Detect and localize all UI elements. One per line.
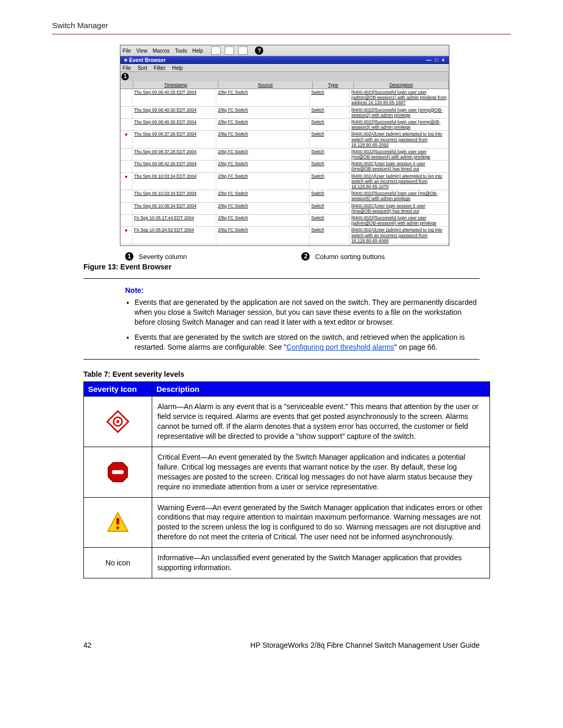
cell-src: 2/8q FC Switch <box>216 190 310 202</box>
callout-text-1: Severity column <box>139 253 187 261</box>
col-source[interactable]: Source <box>218 81 313 89</box>
cell-src: 2/8q FC Switch <box>216 149 310 160</box>
table-row[interactable]: Fri Sep 10 05:17:44 EDT 20042/8q FC Swit… <box>120 215 449 227</box>
menu-tools[interactable]: Tools <box>175 48 187 54</box>
cell-typ: Switch <box>310 161 350 172</box>
sev-header-icon: Severity Icon <box>84 382 152 397</box>
table-row[interactable]: Thu Sep 09 08:37:28 EDT 20042/8q FC Swit… <box>120 149 449 161</box>
window-icon[interactable] <box>225 46 234 55</box>
severity-row: No iconInformative—An unclassified event… <box>84 548 490 578</box>
event-browser-titlebar[interactable]: ✴ Event Browser — □ × <box>120 56 449 64</box>
panel-icon[interactable] <box>238 46 248 55</box>
event-table-body[interactable]: Thu Sep 09 08:40:25 EDT 20042/8q FC Swit… <box>120 89 449 245</box>
cell-ts: Thu Sep 09 10:03:34 EDT 2004 <box>132 173 216 190</box>
cell-ts: Thu Sep 09 08:42:26 EDT 2004 <box>132 161 216 172</box>
cell-typ: Switch <box>310 107 350 118</box>
severity-row: Critical Event—An event generated by the… <box>84 447 490 498</box>
arrow-icon[interactable] <box>211 46 221 55</box>
severity-cell <box>120 215 132 226</box>
critical-icon <box>120 173 132 190</box>
callout-number-2: 2 <box>301 252 310 261</box>
eb-menu-sort[interactable]: Sort <box>138 65 147 71</box>
table-row[interactable]: Thu Sep 09 10:03:34 EDT 20042/8q FC Swit… <box>120 190 449 202</box>
cell-src: 2/8q FC Switch <box>216 89 310 106</box>
bottom-note-rule <box>83 359 480 360</box>
event-table-header[interactable]: Timestamp Source Type Description <box>120 81 449 89</box>
cell-desc: [8400.0022]Successful login user (snmp@I… <box>350 119 449 130</box>
bug-icon: ✴ <box>124 57 128 63</box>
figure-caption: Figure 13: Event Browser <box>83 263 511 271</box>
cell-ts: Thu Sep 09 08:40:30 EDT 2004 <box>132 119 216 130</box>
cell-desc: [8400.0022]Successful login user user (m… <box>350 149 449 160</box>
table-row[interactable]: Thu Sep 09 08:40:30 EDT 20042/8q FC Swit… <box>120 107 449 119</box>
severity-cell <box>120 107 132 118</box>
severity-row: Alarm—An Alarm is any event that is a "s… <box>84 397 490 447</box>
configuring-alarms-link[interactable]: Configuring port threshold alarms <box>286 343 394 351</box>
cell-src: 2/8q FC Switch <box>216 173 310 190</box>
callout-number-1: 1 <box>125 252 133 261</box>
severity-cell <box>120 89 132 106</box>
menu-help[interactable]: Help <box>192 48 203 54</box>
col-timestamp[interactable]: Timestamp <box>133 81 218 89</box>
cell-src: 2/8q FC Switch <box>216 203 310 214</box>
cell-ts: Thu Sep 09 10:03:34 EDT 2004 <box>132 190 216 202</box>
cell-src: 2/8q FC Switch <box>216 119 310 130</box>
col-type[interactable]: Type <box>313 81 354 89</box>
table-row[interactable]: Thu Sep 09 08:37:26 EDT 20042/8q FC Swit… <box>120 131 449 149</box>
cell-typ: Switch <box>310 190 350 202</box>
header-rule <box>52 34 511 34</box>
cell-src: 2/8q FC Switch <box>216 107 310 118</box>
menu-view[interactable]: View <box>136 48 148 54</box>
cell-ts: Thu Sep 09 08:37:26 EDT 2004 <box>132 131 216 148</box>
cell-typ: Switch <box>310 89 350 106</box>
table-row[interactable]: Thu Sep 09 08:40:25 EDT 20042/8q FC Swit… <box>120 89 449 107</box>
cell-desc: [8400.002A]User (admin) attempted to log… <box>350 227 449 244</box>
alarm-icon <box>84 397 152 447</box>
cell-ts: Thu Sep 09 10:08:34 EDT 2004 <box>132 203 216 214</box>
cell-typ: Switch <box>310 215 350 226</box>
severity-desc: Critical Event—An event generated by the… <box>152 447 490 498</box>
svg-rect-4 <box>112 470 124 474</box>
cell-src: 2/8q FC Switch <box>216 215 310 226</box>
table-row[interactable]: Thu Sep 09 10:08:34 EDT 20042/8q FC Swit… <box>120 203 449 215</box>
severity-cell <box>120 203 132 214</box>
callout-badge-2: ? <box>255 46 263 55</box>
critical-icon <box>84 447 152 498</box>
cell-src: 2/8q FC Switch <box>216 244 310 245</box>
col-description[interactable]: Description <box>354 81 449 89</box>
eb-menu-help[interactable]: Help <box>172 65 183 71</box>
eb-menu-filter[interactable]: Filter <box>154 65 165 71</box>
cell-desc: [8400.0022]Successful login user user (a… <box>350 215 449 226</box>
note-section: Note: Events that are generated by the a… <box>125 286 480 352</box>
footer-title: HP StorageWorks 2/8q Fibre Channel Switc… <box>250 641 480 649</box>
severity-desc: Informative—An unclassified event genera… <box>152 548 490 578</box>
severity-table: Severity Icon Description Alarm—An Alarm… <box>83 381 490 578</box>
event-browser-menubar[interactable]: File Sort Filter Help <box>120 64 449 72</box>
svg-rect-6 <box>116 518 119 525</box>
col-severity[interactable] <box>120 81 133 89</box>
cell-ts: Fri Sep 10 05:25:01 EDT 2004 <box>132 244 216 245</box>
cell-src: 2/8q FC Switch <box>216 227 310 244</box>
menu-macros[interactable]: Macros <box>153 48 170 54</box>
callout-text-2: Column sorting buttons <box>315 253 385 261</box>
cell-desc: [8400.002A]User (admin) attempted to log… <box>350 173 449 190</box>
table-row[interactable]: Thu Sep 09 08:40:30 EDT 20042/8q FC Swit… <box>120 119 449 131</box>
cell-desc: [8400.0023]Successful login user user (a… <box>350 89 449 106</box>
severity-cell <box>120 149 132 160</box>
window-controls[interactable]: — □ × <box>426 57 446 63</box>
eb-menu-file[interactable]: File <box>123 65 131 71</box>
svg-point-7 <box>116 527 119 530</box>
menu-file[interactable]: File <box>123 48 131 54</box>
app-menubar[interactable]: File View Macros Tools Help ? <box>120 45 449 56</box>
cell-typ: Switch <box>310 244 350 245</box>
page-number: 42 <box>83 641 92 649</box>
severity-cell <box>120 244 132 245</box>
table-row[interactable]: Thu Sep 09 08:42:26 EDT 20042/8q FC Swit… <box>120 161 449 172</box>
svg-point-2 <box>116 420 119 423</box>
severity-cell <box>120 190 132 202</box>
table-row[interactable]: Fri Sep 10 05:25:01 EDT 20042/8q FC Swit… <box>120 244 449 245</box>
table-row[interactable]: Thu Sep 09 10:03:34 EDT 20042/8q FC Swit… <box>120 173 449 191</box>
cell-ts: Thu Sep 09 08:40:30 EDT 2004 <box>132 107 216 118</box>
table-row[interactable]: Fri Sep 10 05:24:52 EDT 20042/8q FC Swit… <box>120 227 449 244</box>
cell-ts: Thu Sep 09 08:40:25 EDT 2004 <box>132 89 216 106</box>
